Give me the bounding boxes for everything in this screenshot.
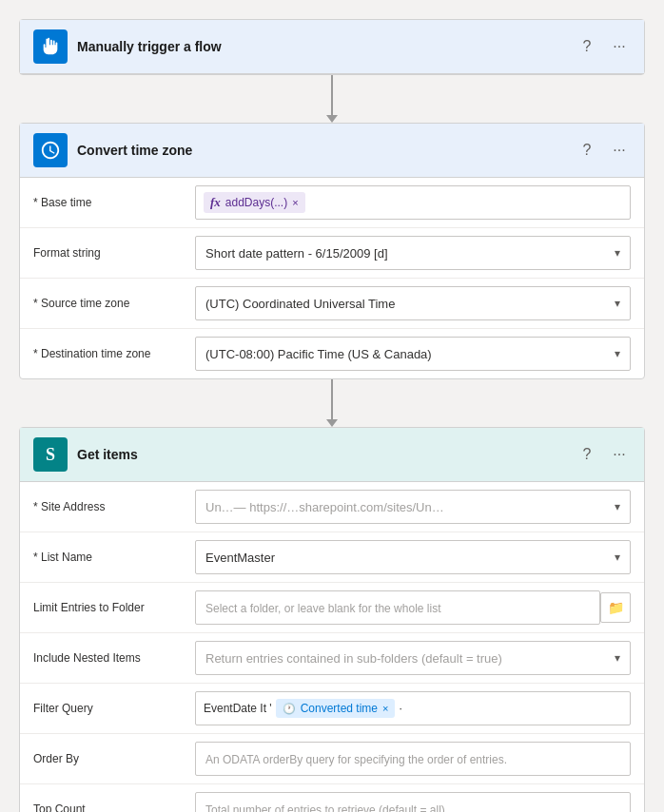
trigger-more-button[interactable]: ··· [608, 35, 631, 58]
get-items-more-button[interactable]: ··· [608, 443, 631, 466]
filter-query-field-wrap: EventDate It ' 🕐 Converted time × · [195, 691, 631, 725]
convert-help-button[interactable]: ? [576, 139, 598, 162]
limit-folder-row: Limit Entries to Folder 📁 [20, 583, 644, 633]
flow-container: Manually trigger a flow ? ··· Convert ti… [19, 19, 645, 812]
base-time-token-label: addDays(...) [225, 196, 287, 209]
format-string-value: Short date pattern - 6/15/2009 [d] [205, 246, 609, 261]
nested-items-placeholder: Return entries contained in sub-folders … [205, 651, 609, 666]
dest-tz-label: * Destination time zone [33, 347, 186, 360]
list-name-select[interactable]: EventMaster ▾ [195, 540, 631, 574]
base-time-token-close[interactable]: × [292, 197, 298, 208]
trigger-card: Manually trigger a flow ? ··· [19, 19, 645, 75]
source-tz-select[interactable]: (UTC) Coordinated Universal Time ▾ [195, 286, 631, 320]
convert-more-button[interactable]: ··· [608, 139, 631, 162]
get-items-title: Get items [77, 447, 566, 462]
site-address-value: Un…— https://…sharepoint.com/sites/Un… [205, 500, 609, 514]
list-name-value: EventMaster [205, 551, 609, 565]
convert-card-header: Convert time zone ? ··· [20, 124, 644, 178]
hand-icon [40, 36, 61, 57]
limit-folder-label: Limit Entries to Folder [33, 601, 186, 614]
folder-browse-button[interactable]: 📁 [600, 592, 631, 623]
arrow-2 [326, 379, 338, 427]
nested-items-label: Include Nested Items [33, 651, 186, 665]
trigger-title: Manually trigger a flow [77, 39, 566, 54]
sharepoint-s-icon: S [46, 445, 55, 465]
arrow-1 [326, 75, 338, 123]
list-name-field: EventMaster ▾ [195, 540, 631, 574]
top-count-label: Top Count [33, 802, 186, 812]
get-items-actions: ? ··· [576, 443, 631, 466]
limit-folder-field: 📁 [195, 590, 631, 625]
site-address-label: * Site Address [33, 500, 186, 513]
filter-query-field[interactable]: EventDate It ' 🕐 Converted time × · [195, 691, 631, 725]
order-by-row: Order By [20, 734, 644, 784]
convert-title: Convert time zone [77, 143, 566, 158]
trigger-icon-wrapper [33, 29, 68, 64]
source-tz-label: * Source time zone [33, 297, 186, 310]
top-count-input[interactable] [195, 792, 631, 812]
base-time-field: fx addDays(...) × [195, 185, 631, 220]
list-name-row: * List Name EventMaster ▾ [20, 532, 644, 583]
site-address-chevron: ▾ [615, 500, 620, 513]
filter-query-label: Filter Query [33, 702, 186, 715]
base-time-row: * Base time fx addDays(...) × [20, 178, 644, 228]
fx-icon: fx [210, 195, 221, 210]
clock-icon [40, 140, 61, 161]
token-clock-icon: 🕐 [283, 703, 296, 715]
nested-items-row: Include Nested Items Return entries cont… [20, 633, 644, 684]
get-items-card: S Get items ? ··· * Site Address Un…— ht… [19, 427, 645, 812]
dest-tz-row: * Destination time zone (UTC-08:00) Paci… [20, 329, 644, 378]
dest-tz-field: (UTC-08:00) Pacific Time (US & Canada) ▾ [195, 337, 631, 371]
format-string-field: Short date pattern - 6/15/2009 [d] ▾ [195, 236, 631, 270]
site-address-row: * Site Address Un…— https://…sharepoint.… [20, 482, 644, 532]
format-string-chevron: ▾ [615, 246, 620, 260]
arrow-line-1 [331, 75, 333, 115]
base-time-label: * Base time [33, 196, 186, 209]
format-string-label: Format string [33, 246, 186, 260]
get-items-help-button[interactable]: ? [576, 443, 598, 466]
get-items-form-body: * Site Address Un…— https://…sharepoint.… [20, 482, 644, 812]
arrow-head-2 [326, 419, 338, 427]
site-address-field: Un…— https://…sharepoint.com/sites/Un… ▾ [195, 490, 631, 524]
top-count-field [195, 792, 631, 812]
convert-icon-wrapper [33, 133, 68, 167]
trigger-actions: ? ··· [576, 35, 631, 58]
trigger-help-button[interactable]: ? [576, 35, 598, 58]
arrow-line-2 [331, 379, 333, 419]
converted-time-token-close[interactable]: × [382, 703, 388, 714]
dest-tz-chevron: ▾ [615, 347, 620, 360]
filter-prefix: EventDate It ' [204, 702, 272, 715]
limit-folder-input[interactable] [195, 590, 600, 625]
dest-tz-value: (UTC-08:00) Pacific Time (US & Canada) [205, 347, 609, 361]
base-time-token: fx addDays(...) × [204, 192, 305, 213]
list-name-label: * List Name [33, 551, 186, 564]
token-label: Converted time [301, 702, 378, 715]
dest-tz-select[interactable]: (UTC-08:00) Pacific Time (US & Canada) ▾ [195, 337, 631, 371]
filter-suffix: · [399, 702, 401, 715]
convert-form-body: * Base time fx addDays(...) × Format str… [20, 178, 644, 378]
trigger-card-header: Manually trigger a flow ? ··· [20, 20, 644, 74]
nested-items-chevron: ▾ [615, 651, 620, 665]
source-tz-value: (UTC) Coordinated Universal Time [205, 297, 609, 311]
source-tz-row: * Source time zone (UTC) Coordinated Uni… [20, 279, 644, 329]
convert-actions: ? ··· [576, 139, 631, 162]
converted-time-token: 🕐 Converted time × [276, 699, 396, 718]
get-items-card-header: S Get items ? ··· [20, 428, 644, 482]
order-by-label: Order By [33, 752, 186, 765]
nested-items-select[interactable]: Return entries contained in sub-folders … [195, 641, 631, 675]
base-time-token-wrap[interactable]: fx addDays(...) × [195, 185, 631, 220]
source-tz-field: (UTC) Coordinated Universal Time ▾ [195, 286, 631, 320]
list-name-chevron: ▾ [615, 551, 620, 564]
top-count-row: Top Count [20, 784, 644, 812]
filter-query-row: Filter Query EventDate It ' 🕐 Converted … [20, 684, 644, 734]
site-address-select[interactable]: Un…— https://…sharepoint.com/sites/Un… ▾ [195, 490, 631, 524]
format-string-row: Format string Short date pattern - 6/15/… [20, 228, 644, 279]
format-string-select[interactable]: Short date pattern - 6/15/2009 [d] ▾ [195, 236, 631, 270]
arrow-head-1 [326, 115, 338, 123]
nested-items-field: Return entries contained in sub-folders … [195, 641, 631, 675]
source-tz-chevron: ▾ [615, 297, 620, 310]
convert-card: Convert time zone ? ··· * Base time fx a… [19, 123, 645, 379]
get-items-icon-wrapper: S [33, 437, 68, 472]
order-by-field [195, 742, 631, 776]
order-by-input[interactable] [195, 742, 631, 776]
